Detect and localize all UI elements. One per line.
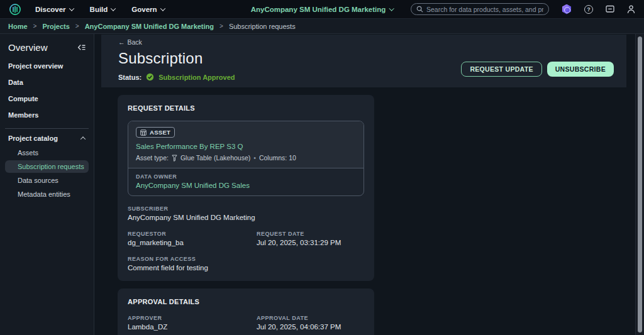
request-details-card: REQUEST DETAILS ASSET Sal [118, 95, 374, 281]
top-nav: Discover Build Govern AnyCompany SM Unif… [0, 0, 644, 19]
scrollbar-thumb[interactable] [638, 36, 642, 332]
asset-box: ASSET Sales Performance By REP S3 Q Asse… [128, 121, 364, 196]
main-content: ← Back Subscription Status: Subscription… [94, 34, 644, 335]
menu-build-label: Build [90, 6, 108, 13]
requestor-value: dg_marketing_ba [128, 239, 257, 246]
page-header: ← Back Subscription Status: Subscription… [101, 35, 626, 87]
sidebar-item-members[interactable]: Members [0, 108, 94, 122]
menu-discover[interactable]: Discover [35, 6, 74, 13]
approval-date-value: Jul 20, 2025, 04:06:37 PM [257, 323, 364, 331]
menu-govern-label: Govern [131, 6, 157, 13]
request-date-value: Jul 20, 2025, 03:31:29 PM [257, 239, 364, 246]
approver-label: APPROVER [128, 315, 257, 321]
sidebar: Overview Project overview Data Compute M… [0, 34, 94, 335]
approval-details-card: APPROVAL DETAILS APPROVER Lambda_DZ APPR… [118, 288, 374, 335]
reason-for-access-value: Comment field for testing [128, 264, 364, 272]
subscriber-value: AnyCompany SM Unified DG Marketing [128, 214, 364, 221]
requestor-field: REQUESTOR dg_marketing_ba [128, 231, 257, 246]
vertical-scrollbar [635, 34, 644, 335]
approver-field: APPROVER Lambda_DZ [128, 315, 257, 331]
help-glyph: ? [587, 6, 591, 13]
asset-type-badge: ASSET [136, 127, 175, 138]
request-date-field: REQUEST DATE Jul 20, 2025, 03:31:29 PM [257, 231, 364, 246]
sidebar-section-project-catalog[interactable]: Project catalog [0, 131, 94, 145]
chevron-down-icon [111, 6, 116, 11]
back-link[interactable]: ← Back [118, 38, 142, 46]
topnav-right-group: ? [411, 3, 635, 15]
sidebar-item-data-sources[interactable]: Data sources [5, 174, 89, 187]
approver-value: Lambda_DZ [128, 323, 257, 331]
asset-type-label: Asset type: [136, 154, 169, 162]
back-label: Back [128, 38, 142, 46]
user-profile-icon[interactable] [627, 5, 635, 14]
feedback-icon[interactable] [606, 5, 614, 13]
approval-details-heading: APPROVAL DETAILS [128, 298, 364, 305]
chevron-down-icon [389, 6, 394, 11]
breadcrumb: Home > Projects > AnyCompany SM Unified … [0, 19, 644, 34]
subscriber-field: SUBSCRIBER AnyCompany SM Unified DG Mark… [128, 206, 364, 221]
request-update-button[interactable]: REQUEST UPDATE [461, 62, 541, 77]
reason-for-access-label: REASON FOR ACCESS [128, 256, 364, 262]
menu-discover-label: Discover [35, 6, 66, 13]
breadcrumb-separator: > [219, 23, 223, 30]
asset-name-link[interactable]: Sales Performance By REP S3 Q [136, 143, 356, 150]
project-selector[interactable]: AnyCompany SM Unified DG Marketing [251, 6, 394, 13]
approval-date-label: APPROVAL DATE [257, 315, 364, 321]
sidebar-item-compute[interactable]: Compute [0, 92, 94, 106]
sidebar-item-data[interactable]: Data [0, 75, 94, 89]
sidebar-item-project-overview[interactable]: Project overview [0, 59, 94, 73]
asset-badge-label: ASSET [150, 129, 170, 136]
asset-type-row: Asset type: Glue Table (Lakehouse) • Col… [136, 154, 356, 162]
breadcrumb-separator: > [33, 23, 37, 30]
menu-build[interactable]: Build [90, 6, 116, 13]
sidebar-section-label: Project catalog [8, 135, 58, 142]
chevron-up-icon [80, 136, 86, 141]
breadcrumb-separator: > [75, 23, 79, 30]
asset-columns: Columns: 10 [259, 154, 296, 162]
breadcrumb-project-name[interactable]: AnyCompany SM Unified DG Marketing [85, 23, 214, 30]
chevron-down-icon [160, 6, 165, 11]
reason-for-access-field: REASON FOR ACCESS Comment field for test… [128, 256, 364, 272]
app-logo-icon[interactable] [9, 3, 21, 16]
requestor-label: REQUESTOR [128, 231, 257, 237]
search-input[interactable] [426, 6, 543, 13]
menu-govern[interactable]: Govern [131, 6, 164, 13]
status-approved-icon [146, 73, 154, 81]
request-details-heading: REQUEST DETAILS [128, 104, 364, 112]
sidebar-title: Overview [8, 42, 48, 53]
unsubscribe-button[interactable]: UNSUBSCRIBE [547, 62, 614, 77]
subscriber-label: SUBSCRIBER [128, 206, 364, 212]
sidebar-divider [5, 128, 89, 129]
back-arrow-icon: ← [118, 38, 125, 46]
breadcrumb-current: Subscription requests [229, 23, 296, 30]
search-icon [416, 6, 423, 13]
sidebar-item-subscription-requests[interactable]: Subscription requests [5, 160, 89, 173]
global-search[interactable] [411, 3, 549, 15]
asset-type-value: Glue Table (Lakehouse) [180, 154, 250, 162]
request-date-label: REQUEST DATE [257, 231, 364, 237]
amazon-q-icon[interactable] [562, 4, 572, 14]
breadcrumb-projects[interactable]: Projects [42, 23, 69, 30]
sidebar-collapse-icon[interactable] [77, 43, 86, 52]
sidebar-item-metadata-entities[interactable]: Metadata entities [5, 188, 89, 200]
glue-table-icon [172, 155, 177, 162]
breadcrumb-home[interactable]: Home [8, 23, 28, 30]
status-label: Status: [118, 74, 142, 81]
sidebar-item-assets[interactable]: Assets [5, 146, 89, 159]
status-badge: Subscription Approved [158, 74, 235, 81]
help-icon[interactable]: ? [584, 5, 593, 14]
data-owner-link[interactable]: AnyCompany SM Unified DG Sales [136, 182, 356, 189]
project-selector-label: AnyCompany SM Unified DG Marketing [251, 6, 386, 13]
approval-date-field: APPROVAL DATE Jul 20, 2025, 04:06:37 PM [257, 315, 364, 331]
chevron-down-icon [69, 6, 74, 11]
data-owner-label: DATA OWNER [136, 173, 356, 180]
table-icon [140, 129, 147, 136]
bullet-separator: • [253, 154, 256, 162]
